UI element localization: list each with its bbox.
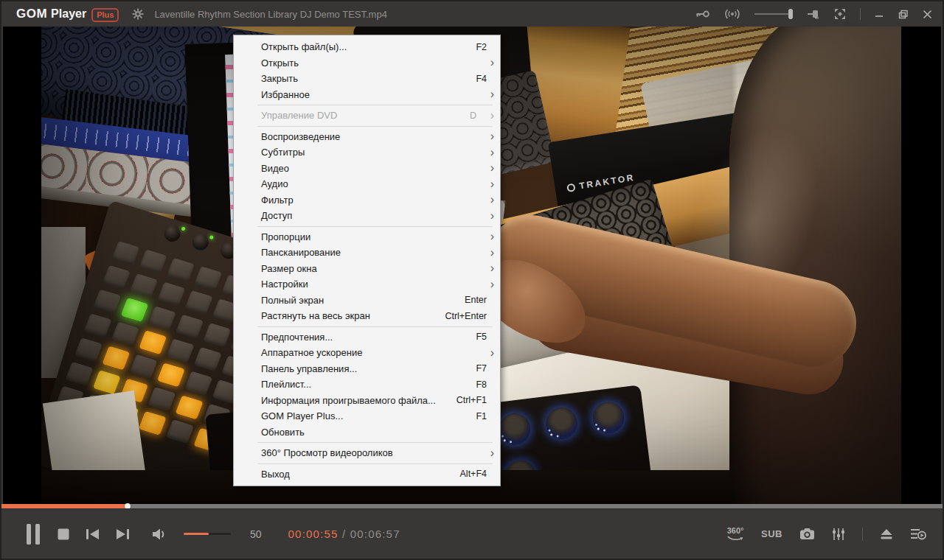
volume-slider[interactable] — [184, 531, 231, 538]
previous-button[interactable] — [86, 528, 100, 540]
menu-item[interactable]: Избранное› — [234, 87, 500, 103]
logo-gom: GOM — [16, 7, 47, 21]
menu-item[interactable]: Предпочтения...F5 — [234, 329, 500, 346]
pad — [120, 298, 148, 322]
time-separator: / — [339, 528, 350, 540]
pause-button[interactable] — [25, 523, 41, 545]
screenshot-camera-icon[interactable] — [799, 528, 815, 540]
menu-item[interactable]: Аудио› — [234, 176, 500, 192]
menu-item[interactable]: Фильтр› — [234, 192, 500, 209]
menu-item-shortcut: F5 — [476, 332, 494, 342]
menu-item-label: 360° Просмотр видеороликов — [261, 447, 487, 458]
menu-item[interactable]: Видео› — [234, 161, 500, 177]
broadcast-icon[interactable] — [724, 9, 740, 19]
volume-slider-rest — [209, 533, 231, 535]
time-current: 00:00:55 — [288, 528, 339, 540]
submenu-arrow-icon: › — [487, 281, 494, 288]
pad — [194, 347, 222, 371]
menu-item-label: Открыть — [261, 57, 487, 69]
eject-icon[interactable] — [880, 528, 893, 539]
volume-value: 50 — [250, 528, 262, 540]
menu-item[interactable]: Управление DVDD› — [234, 108, 500, 124]
menu-item-shortcut: F8 — [476, 379, 494, 390]
menu-item[interactable]: Информация проигрываемого файла...Ctrl+F… — [234, 393, 500, 409]
next-button[interactable] — [116, 528, 130, 540]
menu-item-label: Плейлист... — [261, 379, 476, 390]
menu-item[interactable]: Пропорции› — [234, 229, 500, 245]
minimize-button[interactable] — [875, 10, 884, 19]
menu-item-label: Закрыть — [261, 73, 476, 84]
menu-item[interactable]: Размер окна› — [234, 261, 500, 277]
menu-item[interactable]: Аппаратное ускорение› — [234, 345, 500, 361]
volume-icon[interactable] — [152, 528, 167, 541]
menu-item[interactable]: 360° Просмотр видеороликов› — [234, 445, 500, 461]
title-bar[interactable]: GOM Player Plus Laventille Rhythm Sectio… — [1, 1, 943, 27]
submenu-arrow-icon: › — [487, 164, 494, 172]
menu-item[interactable]: Воспроизведение› — [234, 129, 500, 145]
menu-item[interactable]: Открыть› — [234, 55, 500, 71]
submenu-arrow-icon: › — [487, 133, 494, 140]
transparency-slider[interactable] — [754, 9, 793, 19]
menu-item-label: Информация проигрываемого файла... — [261, 395, 457, 406]
transparency-slider-handle[interactable] — [788, 9, 793, 19]
pad — [203, 323, 231, 347]
time-display: 00:00:55 / 00:06:57 — [288, 528, 400, 540]
pin-on-top-icon[interactable] — [807, 9, 820, 19]
menu-item-label: Пропорции — [261, 231, 487, 242]
menu-item-label: Выход — [261, 469, 460, 480]
menu-item-label: Настройки — [261, 279, 487, 290]
menu-item[interactable]: Обновить — [234, 424, 500, 441]
logo-player: Player — [51, 7, 86, 21]
playlist-icon[interactable] — [910, 528, 926, 540]
submenu-arrow-icon: › — [487, 59, 494, 66]
menu-separator — [257, 126, 493, 127]
transparency-slider-track — [754, 13, 793, 15]
submenu-arrow-icon: › — [487, 149, 494, 156]
menu-item[interactable]: Пансканирование› — [234, 245, 500, 261]
submenu-arrow-icon: › — [487, 91, 494, 98]
settings-gear-icon[interactable] — [132, 8, 144, 20]
equalizer-icon[interactable] — [832, 528, 845, 541]
menu-item[interactable]: ВыходAlt+F4 — [234, 466, 500, 483]
close-button[interactable] — [923, 10, 932, 19]
submenu-arrow-icon: › — [487, 349, 494, 357]
menu-item-shortcut: F7 — [476, 363, 494, 374]
pad — [130, 273, 158, 298]
key-icon[interactable] — [695, 10, 710, 18]
restore-button[interactable] — [898, 10, 909, 19]
time-total: 00:06:57 — [350, 528, 400, 540]
menu-item-shortcut: F2 — [476, 42, 494, 52]
menu-item[interactable]: ЗакрытьF4 — [234, 71, 500, 87]
menu-item[interactable]: Открыть файл(ы)...F2 — [234, 39, 500, 55]
menu-item[interactable]: Настройки› — [234, 276, 500, 293]
menu-item-label: Видео — [261, 163, 487, 174]
led-knob — [498, 412, 532, 447]
window-title: Laventille Rhythm Section Library DJ Dem… — [154, 9, 387, 20]
control-bar: 50 00:00:55 / 00:06:57 360° SUB — [1, 508, 943, 559]
pad — [167, 338, 195, 363]
pad — [130, 354, 158, 379]
menu-item[interactable]: Полный экранEnter — [234, 293, 500, 309]
pad — [176, 315, 204, 339]
menu-item-label: Размер окна — [261, 263, 487, 274]
menu-separator — [257, 105, 493, 105]
menu-item[interactable]: Субтитры› — [234, 144, 500, 161]
view-360-button[interactable]: 360° — [726, 527, 744, 542]
menu-item-label: Панель управления... — [261, 363, 476, 374]
menu-item[interactable]: Плейлист...F8 — [234, 377, 500, 393]
subtitles-button[interactable]: SUB — [761, 528, 782, 539]
titlebar-divider — [860, 8, 861, 20]
submenu-arrow-icon: › — [487, 181, 494, 188]
menu-separator — [257, 326, 493, 327]
pad — [185, 290, 213, 315]
menu-item-shortcut: Ctrl+Enter — [445, 311, 494, 321]
menu-item[interactable]: Панель управления...F7 — [234, 361, 500, 377]
menu-item-shortcut: Alt+F4 — [460, 469, 494, 479]
menu-item[interactable]: Растянуть на весь экранCtrl+Enter — [234, 308, 500, 324]
menu-item-shortcut: D — [470, 111, 484, 121]
menu-item[interactable]: GOM Player Plus...F1 — [234, 408, 500, 424]
menu-item[interactable]: Доступ› — [234, 208, 500, 224]
menu-separator — [257, 226, 493, 227]
stop-button[interactable] — [58, 528, 69, 540]
fullscreen-icon[interactable] — [834, 8, 846, 20]
